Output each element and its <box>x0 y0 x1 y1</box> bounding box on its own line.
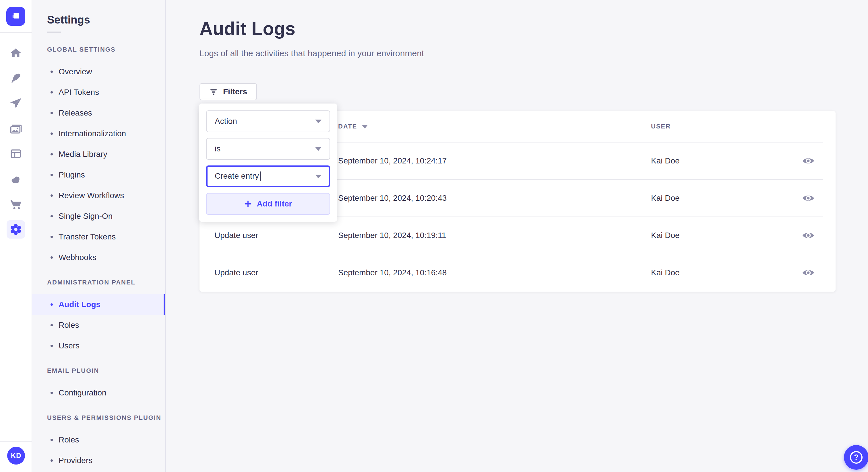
row-date: September 10, 2024, 10:16:48 <box>338 268 651 277</box>
sidebar-item-admin-users[interactable]: Users <box>32 336 165 356</box>
settings-active-pill <box>7 220 25 239</box>
bullet-icon <box>51 133 53 135</box>
view-details-eye-icon[interactable] <box>800 155 816 167</box>
marketplace-cart-icon[interactable] <box>4 192 28 217</box>
row-user: Kai Doe <box>651 231 800 240</box>
settings-subnav: Settings GLOBAL SETTINGS Overview API To… <box>32 0 166 472</box>
sidebar-item-releases[interactable]: Releases <box>32 103 165 123</box>
row-date: September 10, 2024, 10:24:17 <box>338 156 651 165</box>
add-filter-button[interactable]: Add filter <box>206 193 330 215</box>
view-details-eye-icon[interactable] <box>800 230 816 241</box>
page-title: Audit Logs <box>199 19 296 39</box>
sidebar-item-audit-logs[interactable]: Audit Logs <box>32 294 165 315</box>
rail-divider <box>0 32 32 33</box>
content-manager-icon[interactable] <box>4 141 28 166</box>
cloud-icon[interactable] <box>4 166 28 192</box>
table-row[interactable]: Update user September 10, 2024, 10:19:11… <box>199 217 836 254</box>
sidebar-item-plugins[interactable]: Plugins <box>32 165 165 185</box>
media-library-icon[interactable] <box>4 116 28 141</box>
chevron-down-icon <box>315 175 321 178</box>
paper-plane-icon[interactable] <box>4 91 28 116</box>
users-permissions-list: Roles Providers <box>32 430 165 471</box>
chevron-down-icon <box>315 120 321 123</box>
rail-bottom: KD <box>0 441 32 472</box>
sort-descending-icon <box>362 125 368 129</box>
bullet-icon <box>51 439 53 441</box>
main-nav-rail: KD <box>0 0 32 472</box>
sidebar-item-single-sign-on[interactable]: Single Sign-On <box>32 206 165 227</box>
bullet-icon <box>51 345 53 347</box>
date-sort-button[interactable]: DATE <box>338 123 651 130</box>
bullet-icon <box>51 91 53 94</box>
row-date: September 10, 2024, 10:20:43 <box>338 194 651 203</box>
sidebar-item-up-providers[interactable]: Providers <box>32 450 165 471</box>
row-action: Update user <box>199 268 338 277</box>
administration-panel-list: Audit Logs Roles Users <box>32 294 165 356</box>
rail-icon-list <box>4 40 28 242</box>
settings-gear-icon[interactable] <box>4 217 28 242</box>
help-button[interactable]: ? <box>844 445 868 470</box>
bullet-icon <box>51 256 53 259</box>
bullet-icon <box>51 194 53 197</box>
filters-popover: Action is Create entry Add filter <box>199 103 337 222</box>
bullet-icon <box>51 236 53 238</box>
sidebar-item-up-roles[interactable]: Roles <box>32 430 165 450</box>
user-avatar[interactable]: KD <box>7 447 25 465</box>
row-date: September 10, 2024, 10:19:11 <box>338 231 651 240</box>
sidebar-item-email-configuration[interactable]: Configuration <box>32 382 165 403</box>
filter-field-value: Action <box>215 117 237 126</box>
feather-icon[interactable] <box>4 65 28 91</box>
filter-value-text: Create entry <box>215 171 260 181</box>
text-cursor <box>260 171 260 181</box>
filters-button[interactable]: Filters <box>199 83 257 100</box>
bullet-icon <box>51 324 53 326</box>
view-details-eye-icon[interactable] <box>800 267 816 278</box>
sidebar-item-media-library[interactable]: Media Library <box>32 144 165 165</box>
sidebar-item-api-tokens[interactable]: API Tokens <box>32 82 165 103</box>
bullet-icon <box>51 71 53 73</box>
row-action: Update user <box>199 231 338 240</box>
sidebar-item-overview[interactable]: Overview <box>32 61 165 82</box>
bullet-icon <box>51 392 53 394</box>
main-content: Audit Logs Logs of all the activities th… <box>166 0 868 472</box>
home-icon[interactable] <box>4 40 28 65</box>
view-details-eye-icon[interactable] <box>800 193 816 204</box>
bullet-icon <box>51 153 53 156</box>
sidebar-item-internationalization[interactable]: Internationalization <box>32 123 165 144</box>
question-mark-icon: ? <box>850 451 863 464</box>
filters-button-label: Filters <box>223 87 247 96</box>
email-plugin-list: Configuration <box>32 382 165 403</box>
sidebar-item-webhooks[interactable]: Webhooks <box>32 247 165 268</box>
bullet-icon <box>51 303 53 306</box>
strapi-logo-icon <box>10 11 22 22</box>
add-filter-label: Add filter <box>257 199 292 208</box>
app-root: KD Settings GLOBAL SETTINGS Overview API… <box>0 0 868 472</box>
sidebar-item-transfer-tokens[interactable]: Transfer Tokens <box>32 227 165 247</box>
section-email-plugin: EMAIL PLUGIN <box>47 367 165 375</box>
filter-value-combobox[interactable]: Create entry <box>206 165 330 187</box>
bullet-icon <box>51 460 53 462</box>
strapi-logo[interactable] <box>6 7 25 26</box>
bullet-icon <box>51 215 53 217</box>
sidebar-item-review-workflows[interactable]: Review Workflows <box>32 185 165 206</box>
section-administration-panel: ADMINISTRATION PANEL <box>47 278 165 287</box>
row-user: Kai Doe <box>651 268 800 277</box>
bullet-icon <box>51 174 53 176</box>
filter-field-select[interactable]: Action <box>206 110 330 132</box>
row-user: Kai Doe <box>651 156 800 165</box>
bullet-icon <box>51 112 53 114</box>
chevron-down-icon <box>315 147 321 151</box>
plus-icon <box>244 200 252 208</box>
column-header-user: USER <box>651 123 800 130</box>
filter-operator-value: is <box>215 144 220 154</box>
subnav-divider <box>47 32 61 33</box>
sidebar-item-admin-roles[interactable]: Roles <box>32 315 165 336</box>
filter-operator-select[interactable]: is <box>206 138 330 160</box>
page-subtitle: Logs of all the activities that happened… <box>199 47 424 59</box>
global-settings-list: Overview API Tokens Releases Internation… <box>32 61 165 268</box>
section-users-permissions-plugin: USERS & PERMISSIONS PLUGIN <box>47 413 165 422</box>
rail-bottom-divider <box>0 441 32 442</box>
table-row[interactable]: Update user September 10, 2024, 10:16:48… <box>199 255 836 291</box>
filter-icon <box>209 88 218 96</box>
subnav-title: Settings <box>47 13 165 26</box>
